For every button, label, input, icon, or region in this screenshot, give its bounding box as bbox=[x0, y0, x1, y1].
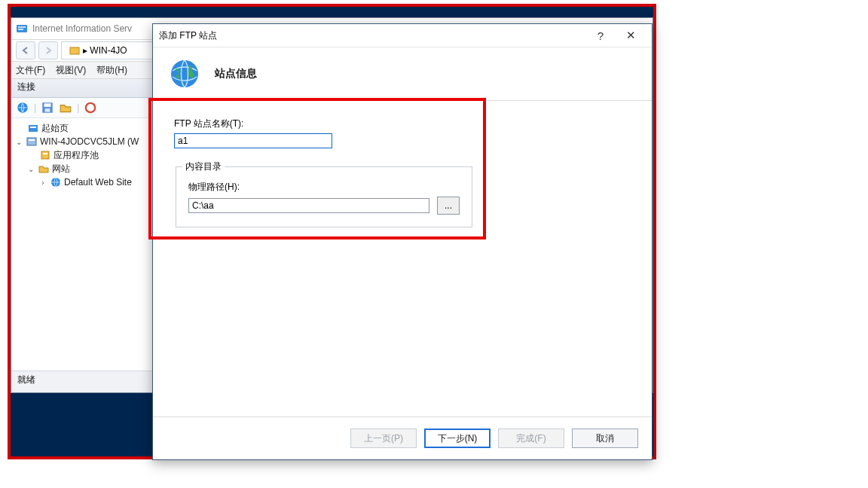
close-icon: ✕ bbox=[626, 29, 636, 42]
finish-button: 完成(F) bbox=[498, 429, 564, 448]
dialog-footer: 上一页(P) 下一步(N) 完成(F) 取消 bbox=[153, 416, 652, 459]
dialog-close-button[interactable]: ✕ bbox=[616, 25, 646, 46]
svg-rect-3 bbox=[70, 47, 79, 54]
add-ftp-site-dialog: 添加 FTP 站点 ? ✕ 站点信息 bbox=[152, 23, 653, 460]
dialog-header-text: 站点信息 bbox=[215, 67, 257, 81]
content-directory-legend: 内容目录 bbox=[182, 160, 225, 173]
help-icon: ? bbox=[598, 29, 604, 42]
tree-app-pools-label: 应用程序池 bbox=[53, 149, 99, 162]
dialog-header: 站点信息 bbox=[153, 47, 652, 101]
connect-icon[interactable] bbox=[16, 101, 29, 114]
svg-rect-7 bbox=[45, 108, 50, 112]
status-text: 就绪 bbox=[17, 374, 35, 385]
tree-default-site-label: Default Web Site bbox=[64, 177, 132, 188]
dialog-titlebar: 添加 FTP 站点 ? ✕ bbox=[153, 24, 652, 47]
svg-rect-11 bbox=[27, 138, 36, 145]
svg-rect-6 bbox=[44, 103, 51, 107]
refresh-icon[interactable] bbox=[84, 101, 97, 114]
physical-path-label: 物理路径(H): bbox=[188, 181, 460, 194]
open-icon[interactable] bbox=[59, 101, 72, 114]
nav-back-button[interactable] bbox=[16, 41, 35, 59]
next-button[interactable]: 下一步(N) bbox=[424, 429, 491, 448]
site-name-input[interactable] bbox=[174, 133, 332, 148]
server-node-icon bbox=[26, 136, 38, 148]
browse-button[interactable]: ... bbox=[437, 197, 460, 215]
svg-rect-14 bbox=[43, 153, 47, 154]
globe-large-icon bbox=[168, 57, 201, 90]
svg-rect-13 bbox=[41, 151, 49, 159]
tree-start-page-label: 起始页 bbox=[41, 122, 69, 135]
ellipsis-icon: ... bbox=[445, 200, 452, 211]
tree-server-label: WIN-4JODCVC5JLM (W bbox=[40, 136, 139, 147]
breadcrumb-text: ▸ WIN-4JO bbox=[83, 45, 127, 56]
breadcrumb-address[interactable]: ▸ WIN-4JO bbox=[61, 41, 162, 59]
expand-toggle-icon[interactable]: › bbox=[38, 178, 47, 187]
dialog-title: 添加 FTP 站点 bbox=[159, 29, 585, 42]
menu-file[interactable]: 文件(F) bbox=[16, 64, 45, 77]
prev-button: 上一页(P) bbox=[350, 429, 417, 448]
content-directory-group: 内容目录 物理路径(H): ... bbox=[176, 166, 472, 227]
expand-toggle-icon[interactable]: ⌄ bbox=[14, 138, 23, 146]
dialog-body: FTP 站点名称(T): 内容目录 物理路径(H): ... bbox=[153, 101, 652, 402]
svg-rect-12 bbox=[29, 139, 35, 141]
svg-rect-2 bbox=[18, 29, 23, 30]
save-icon[interactable] bbox=[41, 101, 54, 114]
tree-sites-label: 网站 bbox=[52, 163, 70, 175]
arrow-left-icon bbox=[21, 46, 30, 55]
server-icon bbox=[69, 44, 81, 56]
iis-app-icon bbox=[16, 23, 28, 35]
menu-help[interactable]: 帮助(H) bbox=[96, 64, 127, 77]
arrow-right-icon bbox=[44, 46, 53, 55]
menu-view[interactable]: 视图(V) bbox=[56, 64, 86, 77]
cancel-button[interactable]: 取消 bbox=[572, 429, 638, 448]
nav-forward-button[interactable] bbox=[38, 41, 58, 59]
sites-folder-icon bbox=[38, 163, 50, 175]
app-pools-icon bbox=[39, 149, 51, 161]
site-name-label: FTP 站点名称(T): bbox=[174, 117, 631, 130]
expand-toggle-icon[interactable]: ⌄ bbox=[26, 165, 35, 173]
svg-rect-1 bbox=[18, 26, 26, 28]
globe-icon bbox=[50, 176, 62, 188]
svg-point-16 bbox=[171, 60, 198, 87]
iis-window-title: Internet Information Serv bbox=[32, 23, 132, 34]
home-icon bbox=[27, 122, 39, 134]
svg-rect-10 bbox=[30, 127, 36, 128]
physical-path-input[interactable] bbox=[188, 198, 429, 213]
svg-rect-9 bbox=[29, 125, 38, 132]
outer-red-frame: Internet Information Serv ▸ WIN-4JO 文件(F bbox=[8, 4, 656, 459]
dialog-help-button[interactable]: ? bbox=[585, 25, 616, 46]
